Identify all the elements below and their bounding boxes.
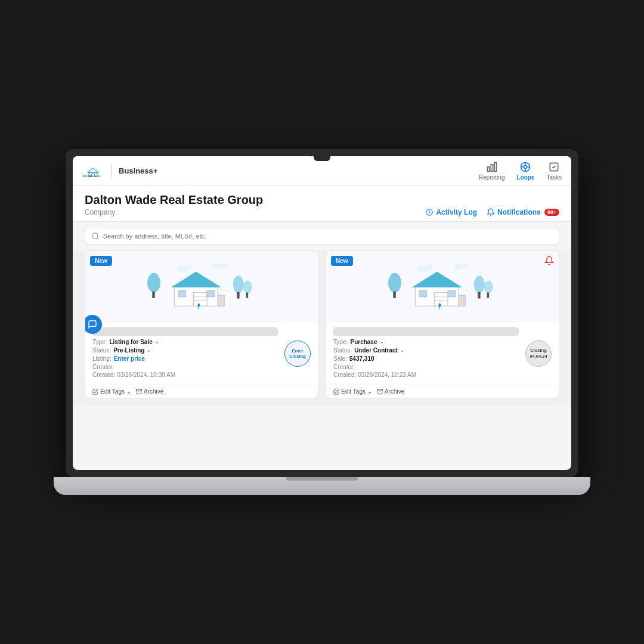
- svg-rect-55: [487, 292, 490, 298]
- svg-point-40: [388, 273, 401, 292]
- nav-loops[interactable]: Loops: [516, 161, 534, 181]
- company-name: Dalton Wade Real Estate Group: [85, 193, 559, 207]
- reporting-icon: [486, 161, 498, 173]
- footer-actions-2: Edit Tags ⌄ Archive: [333, 388, 404, 395]
- svg-text:WADE: WADE: [94, 175, 101, 178]
- card-footer-1: Edit Tags ⌄ Archive: [85, 385, 318, 398]
- edit-tags-btn-1[interactable]: Edit Tags ⌄: [92, 388, 131, 395]
- svg-rect-41: [393, 291, 396, 298]
- listing-card: New: [85, 250, 318, 398]
- listing-card-2: New: [326, 250, 559, 398]
- search-input[interactable]: [103, 233, 553, 240]
- logo-area: DALTON WADE Business+: [82, 163, 157, 179]
- listing-type-row-1: Type: Listing for Sale ⌄: [92, 339, 311, 345]
- listing-type-row-2: Type: Purchase ⌄: [333, 339, 552, 345]
- svg-point-16: [92, 233, 98, 239]
- new-badge-1: New: [90, 256, 112, 266]
- laptop-base: [54, 477, 590, 495]
- nav-icons: Reporting Loops: [479, 161, 562, 181]
- svg-rect-60: [377, 389, 382, 391]
- creator-row-1: Creator:: [92, 364, 311, 370]
- listing-card-image-1: New: [85, 251, 318, 323]
- listing-card-image-2: New: [326, 251, 559, 323]
- listing-sale-row-2: Sale: $437,310: [333, 355, 552, 362]
- plan-label: Business+: [119, 166, 157, 175]
- svg-rect-19: [152, 291, 155, 298]
- company-type: Company: [85, 208, 115, 216]
- closing-date-button[interactable]: Closing 04.04.24: [525, 340, 552, 367]
- svg-rect-5: [487, 167, 489, 172]
- svg-rect-47: [419, 290, 427, 296]
- edit-tags-btn-2[interactable]: Edit Tags ⌄: [333, 388, 372, 395]
- activity-log-link[interactable]: Activity Log: [425, 208, 477, 216]
- card-footer-2: Edit Tags ⌄ Archive: [326, 385, 559, 398]
- svg-point-54: [484, 280, 493, 293]
- search-bar-area: [73, 222, 571, 250]
- search-wrap: [85, 228, 559, 244]
- svg-point-37: [221, 263, 228, 267]
- svg-marker-21: [172, 272, 221, 287]
- created-row-2: Created: 03/28/2024, 10:23 AM: [333, 371, 552, 378]
- svg-rect-44: [434, 292, 448, 306]
- svg-point-18: [147, 273, 160, 292]
- bell-alert-icon: [544, 256, 554, 268]
- svg-point-52: [474, 275, 485, 293]
- listing-status-row-2: Status: Under Contract ⌄: [333, 347, 552, 354]
- created-row-1: Created: 03/28/2024, 10:38 AM: [92, 371, 311, 378]
- house-illustration-2: [383, 259, 502, 315]
- svg-marker-43: [413, 272, 462, 287]
- logo-divider: [111, 164, 112, 178]
- search-icon: [91, 232, 100, 240]
- svg-point-59: [462, 263, 469, 267]
- svg-rect-38: [136, 389, 141, 391]
- listing-card-body-1: Type: Listing for Sale ⌄ Status: Pre-Lis…: [85, 323, 318, 385]
- svg-rect-6: [491, 165, 493, 172]
- svg-rect-7: [494, 163, 496, 172]
- svg-point-57: [425, 264, 434, 270]
- enter-price-link[interactable]: Enter price: [114, 355, 145, 362]
- house-illustration-1: [142, 259, 261, 315]
- enter-closing-button[interactable]: Enter Closing: [284, 340, 311, 367]
- listing-listing-row-1: Listing: Enter price: [92, 355, 311, 362]
- svg-rect-26: [207, 290, 215, 296]
- edit-tags-icon-2: [333, 389, 339, 395]
- header-actions: Activity Log Notifications 99+: [425, 208, 559, 216]
- nav-tasks[interactable]: Tasks: [546, 161, 562, 181]
- listing-title-2: [333, 327, 519, 336]
- footer-actions-1: Edit Tags ⌄ Archive: [92, 388, 163, 395]
- svg-rect-31: [237, 292, 240, 298]
- archive-btn-2[interactable]: Archive: [377, 388, 404, 395]
- logo: DALTON WADE Business+: [82, 163, 157, 179]
- svg-point-9: [524, 166, 527, 169]
- notifications-icon: [487, 208, 495, 216]
- notifications-badge: 99+: [544, 209, 559, 216]
- svg-rect-33: [246, 292, 249, 298]
- svg-text:DALTON: DALTON: [83, 175, 92, 178]
- svg-rect-25: [178, 290, 186, 296]
- activity-log-icon: [425, 208, 434, 216]
- archive-icon-1: [136, 389, 142, 395]
- svg-rect-27: [218, 295, 224, 306]
- listing-card-body-2: Type: Purchase ⌄ Status: Under Contract …: [326, 323, 559, 385]
- logo-icon: DALTON WADE: [82, 163, 104, 179]
- chat-icon: [88, 320, 97, 329]
- nav-reporting[interactable]: Reporting: [479, 161, 504, 181]
- svg-rect-48: [448, 290, 456, 296]
- notifications-link[interactable]: Notifications 99+: [487, 208, 559, 216]
- listing-status-row-1: Status: Pre-Listing ⌄: [92, 347, 311, 354]
- svg-rect-49: [459, 295, 465, 306]
- tasks-icon: [548, 161, 560, 173]
- svg-rect-53: [478, 292, 481, 298]
- svg-rect-22: [193, 292, 207, 306]
- camera-notch: [314, 156, 330, 161]
- svg-point-30: [233, 275, 244, 293]
- svg-point-35: [184, 264, 193, 270]
- loops-icon: [519, 161, 531, 173]
- edit-tags-icon-1: [92, 389, 98, 395]
- svg-line-17: [97, 238, 98, 239]
- archive-btn-1[interactable]: Archive: [136, 388, 163, 395]
- company-meta-row: Company Activity Log: [85, 208, 559, 216]
- page-header: Dalton Wade Real Estate Group Company Ac…: [73, 186, 571, 222]
- new-badge-2: New: [331, 256, 353, 266]
- listing-title-1: [92, 327, 278, 336]
